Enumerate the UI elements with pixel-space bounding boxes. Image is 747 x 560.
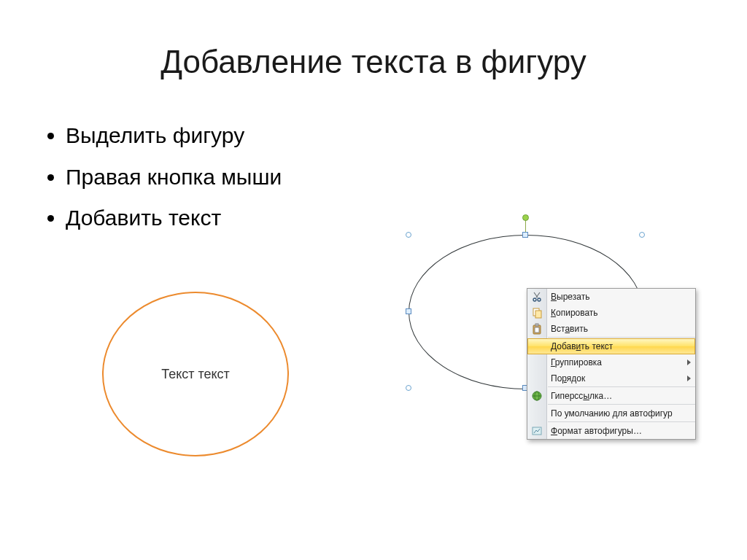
slide-title: Добавление текста в фигуру (0, 44, 747, 80)
format-shape-icon (531, 425, 543, 437)
submenu-arrow-icon (687, 359, 691, 365)
menu-item-paste[interactable]: Вставить (527, 321, 695, 337)
menu-label: По умолчанию для автофигур (551, 408, 673, 419)
rotation-handle[interactable] (522, 214, 529, 221)
list-item: Выделить фигуру (66, 117, 282, 155)
menu-label: Добавить текст (551, 341, 613, 351)
menu-label: Вырезать (551, 292, 589, 302)
menu-item-add-text[interactable]: Добавить текст (527, 338, 695, 354)
menu-label: Копировать (551, 308, 598, 318)
menu-item-copy[interactable]: Копировать (527, 305, 695, 321)
svg-point-0 (533, 298, 536, 301)
example-shape-with-text: Текст текст (102, 292, 289, 456)
menu-label: Вставить (551, 324, 588, 334)
menu-item-hyperlink[interactable]: Гиперссылка… (527, 388, 695, 404)
menu-label: Гиперссылка… (551, 391, 612, 401)
list-item: Правая кнопка мыши (66, 158, 282, 197)
resize-handle-n[interactable] (522, 232, 528, 238)
menu-label: Порядок (551, 373, 585, 384)
svg-rect-3 (535, 311, 541, 318)
svg-rect-5 (535, 324, 538, 326)
menu-item-order[interactable]: Порядок (527, 370, 695, 386)
context-menu[interactable]: Вырезать Копировать Вставить Добавить те… (527, 288, 696, 440)
paste-icon (531, 323, 543, 335)
submenu-arrow-icon (687, 376, 691, 381)
cut-icon (531, 291, 543, 303)
resize-handle-nw[interactable] (406, 232, 411, 238)
menu-item-group[interactable]: Группировка (527, 354, 695, 370)
svg-point-1 (538, 298, 541, 301)
slide: Добавление текста в фигуру Выделить фигу… (0, 0, 747, 560)
list-item: Добавить текст (66, 199, 282, 238)
bullet-list: Выделить фигуру Правая кнопка мыши Добав… (44, 117, 282, 241)
svg-rect-6 (535, 327, 539, 332)
menu-label: Формат автофигуры… (551, 426, 642, 436)
resize-handle-ne[interactable] (639, 232, 645, 238)
resize-handle-w[interactable] (406, 308, 411, 314)
copy-icon (531, 307, 543, 319)
globe-link-icon (531, 390, 543, 402)
menu-label: Группировка (551, 357, 602, 368)
resize-handle-sw[interactable] (406, 385, 411, 391)
shape-text: Текст текст (161, 367, 230, 382)
menu-item-default-autoshape[interactable]: По умолчанию для автофигур (527, 405, 695, 421)
menu-item-cut[interactable]: Вырезать (527, 289, 695, 305)
menu-item-format-autoshape[interactable]: Формат автофигуры… (527, 423, 695, 439)
